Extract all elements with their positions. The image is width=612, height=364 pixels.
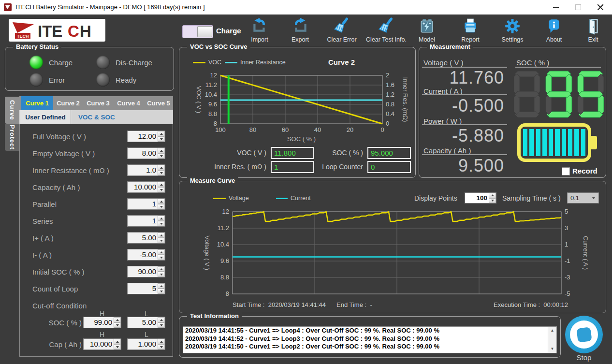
tab-curve-4[interactable]: Curve 4 — [113, 96, 144, 110]
report-button[interactable]: Report — [451, 17, 490, 45]
spinner[interactable] — [158, 249, 165, 260]
clear-error-button[interactable]: Clear Error — [322, 17, 361, 45]
field-input[interactable]: 1.0 — [127, 164, 165, 176]
record-checkbox[interactable] — [562, 167, 570, 175]
scroll-down-icon[interactable]: ▼ — [548, 345, 556, 353]
field-label: Series — [32, 217, 53, 225]
error-led-label: Error — [49, 76, 65, 84]
spinner[interactable] — [158, 148, 165, 159]
maximize-icon — [575, 4, 581, 10]
close-icon — [597, 4, 604, 11]
cutoff-cap-l-input[interactable]: 1.000 — [127, 338, 165, 350]
discharge-led-label: Dis-Charge — [116, 58, 152, 67]
cutoff-cap-h-input[interactable]: 10.000 — [83, 338, 121, 350]
svg-text:C: C — [68, 22, 79, 40]
spinner[interactable] — [158, 216, 165, 226]
spinner[interactable] — [158, 182, 165, 192]
field-value: 5.00 — [128, 233, 158, 243]
toolbar-button-label: Export — [281, 36, 320, 43]
svg-text:10.4: 10.4 — [217, 241, 229, 248]
about-button[interactable]: About — [535, 17, 573, 45]
loop-counter-label: Loop Counter — [309, 163, 363, 171]
window-title: ITECH Battery Simulator - Mainpage - DEM… — [15, 0, 205, 15]
field-value: 12.00 — [128, 131, 158, 142]
log-scrollbar[interactable]: ▲ ▼ — [548, 327, 556, 353]
field-input[interactable]: 90.00 — [127, 266, 165, 277]
exit-button[interactable]: Exit — [574, 17, 612, 45]
stop-button[interactable] — [565, 316, 603, 353]
voc-readout-value: 11.800 — [271, 147, 314, 159]
measurement-value: 9.500 — [422, 156, 504, 176]
field-input[interactable]: 12.00 — [127, 131, 165, 142]
svg-text:1: 1 — [565, 241, 568, 248]
field-input[interactable]: 5.00 — [127, 232, 165, 244]
svg-text:40: 40 — [314, 126, 321, 133]
tab-curve-5[interactable]: Curve 5 — [144, 96, 173, 110]
spinner[interactable] — [158, 266, 165, 277]
scroll-up-icon[interactable]: ▲ — [548, 327, 556, 335]
cutoff-soc-l-input[interactable]: 5.00 — [127, 317, 165, 328]
settings-button[interactable]: Settings — [493, 17, 532, 45]
battery-simulator-window: { "window": { "title": "ITECH Battery Si… — [0, 0, 612, 364]
voc-soc-chart: 1211.210.49.68.8821.61.20.80.40100806040… — [179, 47, 415, 149]
spinner[interactable] — [158, 199, 165, 209]
test-log-list[interactable]: 2020/03/19 14:41:55 - Curve1 => Loop4 : … — [183, 326, 557, 353]
clear-test-info-button[interactable]: Clear Test Info. — [362, 17, 410, 45]
field-label: Empty Voltage ( V ) — [32, 149, 95, 158]
spinner[interactable] — [158, 233, 165, 243]
toolbar-button-label: Clear Error — [322, 36, 361, 43]
charge-toggle[interactable] — [182, 25, 213, 38]
tab-curve-1[interactable]: Curve 1 — [21, 96, 53, 110]
maximize-button[interactable] — [567, 0, 589, 15]
spinner[interactable] — [114, 317, 121, 328]
measurement-group: Measurement Voltage ( V )11.760Current (… — [419, 47, 606, 178]
field-label: Count of Loop — [32, 285, 78, 293]
tab-curve-3[interactable]: Curve 3 — [83, 96, 113, 110]
spinner[interactable] — [158, 165, 165, 175]
svg-text:3: 3 — [565, 224, 568, 232]
measurement-underline — [422, 124, 507, 125]
field-input[interactable]: -5.00 — [127, 249, 165, 261]
measurement-title: Measurement — [427, 43, 473, 50]
spinner[interactable] — [158, 283, 165, 294]
toolbar: TECH ITE C H Charge Import Export Clear … — [0, 15, 612, 46]
field-input[interactable]: 5 — [127, 283, 165, 294]
log-line: 2020/03/19 14:41:55 - Curve1 => Loop4 : … — [183, 327, 556, 335]
svg-text:60: 60 — [282, 126, 289, 133]
side-tab-protect[interactable]: Protect — [5, 124, 19, 151]
test-information-group: Test Information 2020/03/19 14:41:55 - C… — [179, 316, 561, 358]
field-value: 8.00 — [128, 148, 158, 159]
itech-logo: TECH ITE C H — [9, 19, 105, 42]
charge-led — [29, 56, 43, 69]
import-button[interactable]: Import — [240, 17, 279, 45]
side-tab-curve[interactable]: Curve — [5, 97, 19, 124]
spinner[interactable] — [114, 339, 121, 349]
export-button[interactable]: Export — [281, 17, 320, 45]
field-input[interactable]: 10.000 — [127, 181, 165, 193]
spinner[interactable] — [158, 131, 165, 142]
field-input[interactable]: 1 — [127, 198, 165, 210]
svg-text:0: 0 — [386, 120, 389, 127]
field-label: Capacity ( Ah ) — [32, 183, 80, 191]
stop-icon — [576, 327, 592, 342]
battery-gauge-terminal — [591, 136, 597, 149]
minimize-button[interactable] — [545, 0, 567, 15]
field-input[interactable]: 8.00 — [127, 147, 165, 159]
tab-label: Curve 1 — [26, 100, 49, 107]
spinner[interactable] — [158, 339, 165, 349]
svg-text:8.8: 8.8 — [208, 110, 217, 117]
subtab-voc-soc[interactable]: VOC & SOC — [73, 110, 121, 124]
log-line: 2020/03/19 14:41:50 - Curve1 => Loop2 : … — [183, 343, 556, 351]
close-button[interactable] — [589, 0, 612, 15]
field-input[interactable]: 1 — [127, 215, 165, 227]
field-value: 5.00 — [128, 317, 158, 328]
tab-curve-2[interactable]: Curve 2 — [53, 96, 83, 110]
cutoff-soc-h-input[interactable]: 99.00 — [83, 317, 121, 328]
model-button[interactable]: Model — [408, 17, 446, 45]
field-label: Inner Resistance ( mΩ ) — [32, 166, 109, 175]
spinner[interactable] — [158, 317, 165, 328]
svg-text:VOC ( V ): VOC ( V ) — [195, 86, 203, 113]
subtab-user-defined[interactable]: User Defined — [20, 110, 71, 124]
field-label: I- ( A ) — [32, 251, 52, 259]
cutoff-condition-label: Cut-off Condition — [32, 302, 87, 310]
